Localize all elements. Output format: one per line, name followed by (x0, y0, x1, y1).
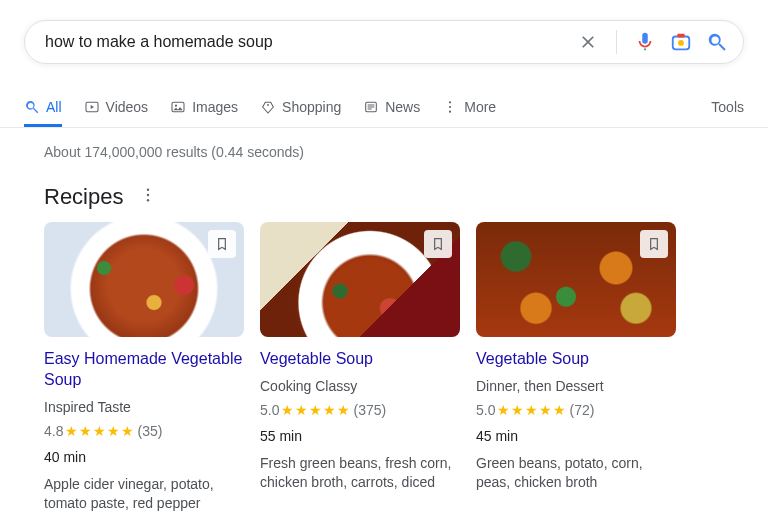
divider (616, 30, 617, 54)
recipe-title[interactable]: Vegetable Soup (476, 349, 676, 370)
recipe-time: 40 min (44, 449, 244, 465)
rating-value: 5.0 (260, 402, 279, 418)
tab-shopping[interactable]: Shopping (260, 86, 341, 127)
rating-count: (375) (353, 402, 386, 418)
tab-label: Images (192, 99, 238, 115)
image-search-icon[interactable] (669, 30, 693, 54)
svg-point-6 (267, 104, 269, 106)
rating-value: 5.0 (476, 402, 495, 418)
tab-news[interactable]: News (363, 86, 420, 127)
bookmark-icon[interactable] (208, 230, 236, 258)
tab-label: More (464, 99, 496, 115)
recipe-time: 55 min (260, 428, 460, 444)
search-input[interactable] (45, 33, 576, 51)
bookmark-icon[interactable] (424, 230, 452, 258)
svg-point-13 (147, 199, 149, 201)
stars-icon: ★★★★★ (497, 402, 567, 418)
svg-point-8 (449, 101, 451, 103)
recipe-desc: Green beans, potato, corn, peas, chicken… (476, 454, 676, 493)
voice-search-icon[interactable] (633, 30, 657, 54)
svg-point-12 (147, 194, 149, 196)
recipe-time: 45 min (476, 428, 676, 444)
recipe-card: Vegetable Soup Cooking Classy 5.0 ★★★★★ … (260, 222, 460, 514)
search-icon[interactable] (705, 30, 729, 54)
recipe-desc: Fresh green beans, fresh corn, chicken b… (260, 454, 460, 493)
svg-point-9 (449, 105, 451, 107)
recipe-thumbnail[interactable] (44, 222, 244, 337)
rating-count: (35) (137, 423, 162, 439)
recipe-thumbnail[interactable] (260, 222, 460, 337)
section-more-icon[interactable] (139, 186, 157, 208)
tab-all[interactable]: All (24, 86, 62, 127)
svg-point-10 (449, 110, 451, 112)
tab-images[interactable]: Images (170, 86, 238, 127)
tab-label: All (46, 99, 62, 115)
svg-rect-1 (677, 34, 684, 38)
recipe-rating: 5.0 ★★★★★ (72) (476, 402, 676, 418)
recipe-title[interactable]: Vegetable Soup (260, 349, 460, 370)
tab-label: Shopping (282, 99, 341, 115)
recipe-cards: Easy Homemade Vegetable Soup Inspired Ta… (44, 222, 768, 514)
recipe-title[interactable]: Easy Homemade Vegetable Soup (44, 349, 244, 391)
tab-more[interactable]: More (442, 86, 496, 127)
svg-point-5 (175, 104, 177, 106)
section-title: Recipes (44, 184, 123, 210)
recipe-desc: Apple cider vinegar, potato, tomato past… (44, 475, 244, 514)
svg-point-11 (147, 189, 149, 191)
tabs-row: All Videos Images Shopping News More Too… (0, 86, 768, 128)
clear-icon[interactable] (576, 30, 600, 54)
rating-value: 4.8 (44, 423, 63, 439)
recipe-rating: 5.0 ★★★★★ (375) (260, 402, 460, 418)
stars-icon: ★★★★★ (281, 402, 351, 418)
recipe-card: Vegetable Soup Dinner, then Dessert 5.0 … (476, 222, 676, 514)
stars-icon: ★★★★★ (65, 423, 135, 439)
tab-videos[interactable]: Videos (84, 86, 149, 127)
recipe-thumbnail[interactable] (476, 222, 676, 337)
recipe-source: Dinner, then Dessert (476, 378, 676, 394)
result-stats: About 174,000,000 results (0.44 seconds) (44, 144, 768, 160)
tab-label: Videos (106, 99, 149, 115)
svg-point-2 (678, 40, 684, 46)
recipe-source: Inspired Taste (44, 399, 244, 415)
rating-count: (72) (569, 402, 594, 418)
bookmark-icon[interactable] (640, 230, 668, 258)
recipe-card: Easy Homemade Vegetable Soup Inspired Ta… (44, 222, 244, 514)
tab-label: News (385, 99, 420, 115)
tools-link[interactable]: Tools (711, 99, 744, 115)
recipe-rating: 4.8 ★★★★★ (35) (44, 423, 244, 439)
recipe-source: Cooking Classy (260, 378, 460, 394)
search-bar (24, 20, 744, 64)
